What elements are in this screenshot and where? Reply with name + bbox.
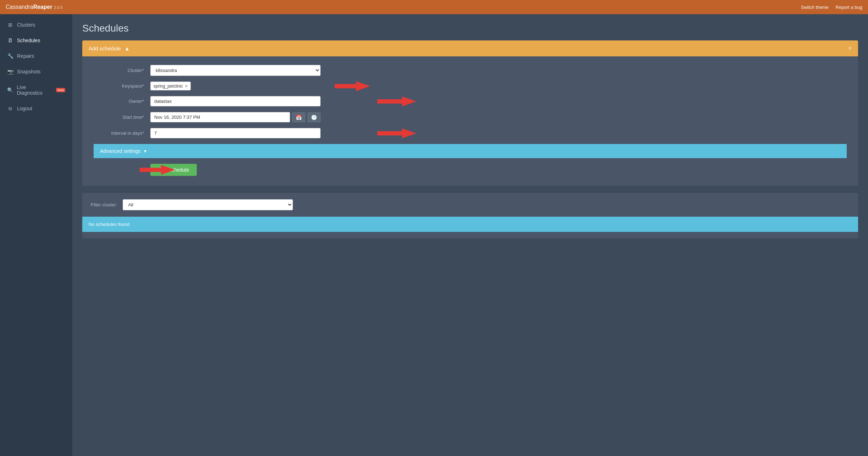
sidebar-label-schedules: Schedules [17,38,40,43]
brand-version: 2.0.5 [54,5,62,10]
sidebar-label-snapshots: Snapshots [17,69,40,74]
keyspace-row: Keyspace* spring_petclinic × [94,82,847,90]
advanced-settings-chevron: ▾ [144,148,146,154]
add-schedule-form: Cluster* k8ssandra Keyspace* spring_petc… [82,56,858,186]
filter-card: Filter cluster: All No schedules found [82,193,858,238]
filter-row: Filter cluster: All [82,193,858,217]
filter-cluster-label: Filter cluster: [91,202,117,207]
schedules-icon: 🗓 [7,38,13,43]
sidebar-item-live-diagnostics[interactable]: 🔍 Live Diagnostics beta [0,79,72,101]
cluster-label: Cluster* [94,68,150,73]
sidebar-item-snapshots[interactable]: 📷 Snapshots [0,64,72,79]
start-time-group: 📅 🕐 [150,112,321,122]
sidebar-label-repairs: Repairs [17,53,34,59]
start-time-input[interactable] [150,112,290,122]
start-time-row: Start time* 📅 🕐 [94,112,847,122]
clusters-icon: ⊞ [7,22,13,28]
repairs-icon: 🔧 [7,53,13,59]
live-diagnostics-icon: 🔍 [7,87,13,93]
svg-marker-3 [140,165,175,175]
owner-row: Owner* [94,96,847,106]
add-schedule-header-left: Add schedule ▲ [89,45,130,51]
keyspace-tag-value: spring_petclinic [154,84,183,89]
owner-arrow-annotation [377,96,416,106]
collapse-icon: ▲ [124,45,130,51]
cluster-select[interactable]: k8ssandra [150,65,321,76]
add-schedule-title: Add schedule [89,45,121,51]
keyspace-tag: spring_petclinic × [150,82,191,90]
sidebar-item-repairs[interactable]: 🔧 Repairs [0,48,72,64]
navbar-right: Switch theme Report a bug [801,5,862,10]
main-content: Schedules Add schedule ▲ × Cluster* k8ss… [72,14,868,456]
snapshots-icon: 📷 [7,69,13,74]
app-body: ⊞ Clusters 🗓 Schedules 🔧 Repairs 📷 Snaps… [0,14,868,456]
cluster-row: Cluster* k8ssandra [94,65,847,76]
add-schedule-card: Add schedule ▲ × Cluster* k8ssandra Keys… [82,40,858,186]
start-time-label: Start time* [94,115,150,120]
sidebar-item-logout[interactable]: ⊖ Logout [0,101,72,116]
sidebar-label-clusters: Clusters [17,22,35,28]
beta-badge: beta [56,88,65,92]
advanced-settings-label: Advanced settings [100,148,140,154]
add-schedule-arrow-annotation [140,165,175,175]
brand: CassandraReaper 2.0.5 [6,4,63,10]
sidebar-label-logout: Logout [17,106,32,111]
switch-theme-link[interactable]: Switch theme [801,5,829,10]
clock-icon-btn[interactable]: 🕐 [307,112,321,122]
sidebar-item-schedules[interactable]: 🗓 Schedules [0,33,72,48]
owner-input[interactable] [150,96,321,106]
interval-arrow-annotation [377,128,416,138]
no-schedules-text: No schedules found [89,222,129,227]
navbar: CassandraReaper 2.0.5 Switch theme Repor… [0,0,868,14]
keyspace-remove-icon[interactable]: × [185,83,188,89]
logout-icon: ⊖ [7,106,13,111]
interval-row: Interval in days* [94,128,847,138]
interval-input[interactable] [150,128,321,138]
brand-normal: Cassandra [6,4,33,10]
sidebar: ⊞ Clusters 🗓 Schedules 🔧 Repairs 📷 Snaps… [0,14,72,456]
brand-bold: Reaper [33,4,52,10]
page-title: Schedules [82,23,858,34]
sidebar-label-live-diagnostics: Live Diagnostics [17,84,52,96]
keyspace-arrow-annotation [335,81,370,91]
svg-marker-2 [377,128,416,138]
sidebar-item-clusters[interactable]: ⊞ Clusters [0,17,72,33]
calendar-icon-btn[interactable]: 📅 [292,112,305,122]
add-schedule-btn-container: Add Schedule [94,164,197,176]
filter-cluster-select[interactable]: All [123,199,293,210]
svg-marker-0 [335,81,370,91]
add-schedule-header[interactable]: Add schedule ▲ × [82,40,858,56]
advanced-settings-bar[interactable]: Advanced settings ▾ [94,144,847,158]
interval-label: Interval in days* [94,130,150,136]
close-icon[interactable]: × [848,45,852,52]
keyspace-label: Keyspace* [94,83,150,89]
keyspace-tag-container: spring_petclinic × [150,82,321,90]
owner-label: Owner* [94,99,150,104]
no-schedules-bar: No schedules found [82,217,858,232]
report-bug-link[interactable]: Report a bug [836,5,862,10]
svg-marker-1 [377,96,416,106]
